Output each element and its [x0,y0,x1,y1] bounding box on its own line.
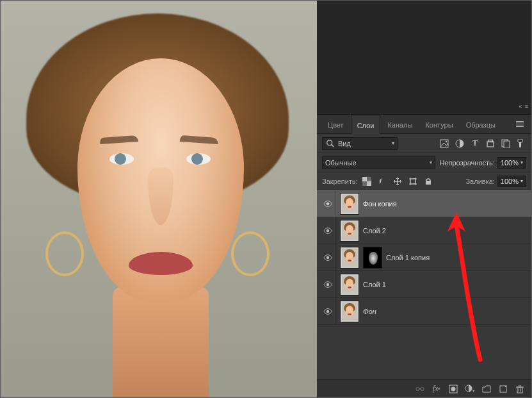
portrait-image [1,1,317,397]
delete-layer-icon[interactable] [515,384,525,394]
layers-bottom-bar: fx▾ ▾ [317,379,531,397]
svg-rect-20 [426,181,431,185]
svg-point-24 [326,283,328,285]
svg-rect-8 [504,141,510,148]
tab-layers[interactable]: Слои [351,115,381,134]
eye-icon [323,306,333,317]
layers-list: Фон копия Слой 2 Слой 1 копия Слой 1 [317,190,531,379]
filter-toggle-switch[interactable] [516,138,526,149]
panel-tabs: Цвет Слои Каналы Контуры Образцы [317,115,531,134]
tab-channels[interactable]: Каналы [382,115,418,134]
filter-type-icon[interactable]: T [470,138,480,149]
svg-rect-33 [517,387,522,393]
filter-shape-icon[interactable] [485,138,496,149]
layer-name[interactable]: Фон [363,308,376,315]
layer-row[interactable]: Фон [317,298,531,325]
svg-line-1 [332,144,334,147]
layer-fx-icon[interactable]: fx▾ [431,384,442,394]
svg-rect-13 [367,177,371,181]
fill-label: Заливка: [465,178,494,185]
blend-opacity-row: Обычные ▾ Непрозрачность: 100% ▾ [317,153,531,172]
visibility-toggle[interactable] [319,244,336,270]
layer-filter-select[interactable]: Вид ▾ [322,137,398,150]
layer-row[interactable]: Слой 1 [317,271,531,298]
svg-point-3 [446,140,447,142]
svg-point-23 [326,256,328,258]
adjustment-layer-icon[interactable]: ▾ [465,383,475,394]
blend-mode-select[interactable]: Обычные ▾ [322,156,435,169]
tab-swatches[interactable]: Образцы [460,115,501,134]
new-group-icon[interactable] [481,384,492,394]
svg-point-25 [326,310,328,312]
layer-thumbnail[interactable] [340,220,359,242]
filter-smart-icon[interactable] [501,138,511,149]
layer-row[interactable]: Слой 1 копия [317,244,531,271]
eye-icon [323,226,333,236]
opacity-input[interactable]: 100% ▾ [497,157,526,169]
layer-name[interactable]: Слой 1 [363,281,386,288]
blend-mode-value: Обычные [325,159,357,167]
layer-filter-label: Вид [338,140,351,147]
layers-panel: Цвет Слои Каналы Контуры Образцы Вид ▾ [317,114,531,397]
lock-artboard-icon[interactable] [408,176,418,187]
chevron-down-icon: ▾ [520,178,523,184]
chevron-down-icon: ▾ [392,140,394,146]
filter-pixel-icon[interactable] [439,138,449,149]
fill-value: 100% [501,178,519,185]
layer-name[interactable]: Фон копия [363,200,397,208]
panel-menu-icon[interactable] [513,119,526,129]
svg-rect-10 [518,139,522,142]
filter-adjust-icon[interactable] [455,138,465,149]
fill-input[interactable]: 100% ▾ [497,176,526,187]
svg-rect-11 [362,177,367,181]
panel-empty-area: « ≡ [317,1,531,114]
link-layers-icon[interactable] [415,384,425,394]
layer-row[interactable]: Фон копия [317,190,531,217]
svg-rect-5 [487,142,494,147]
svg-rect-12 [367,181,371,186]
layer-mask-thumbnail[interactable] [363,247,382,269]
panels-column: « ≡ Цвет Слои Каналы Контуры Образцы Вид [317,1,531,397]
layer-thumbnail[interactable] [340,193,359,215]
layer-name[interactable]: Слой 2 [363,227,386,235]
layer-row[interactable]: Слой 2 [317,217,531,244]
visibility-toggle[interactable] [319,191,336,217]
eye-icon [323,253,333,263]
svg-rect-6 [488,140,493,142]
lock-fill-row: Закрепить: Заливка: 100% ▾ [317,172,531,190]
svg-point-30 [451,386,456,391]
svg-rect-15 [410,179,415,184]
lock-image-icon[interactable] [377,176,387,187]
document-canvas[interactable] [1,1,317,397]
lock-transparent-icon[interactable] [362,176,372,187]
svg-point-21 [326,203,328,205]
svg-rect-14 [362,181,367,186]
visibility-toggle[interactable] [319,271,336,297]
opacity-value: 100% [501,159,519,167]
add-mask-icon[interactable] [448,384,458,394]
lock-position-icon[interactable] [392,176,403,187]
layer-thumbnail[interactable] [340,274,359,295]
visibility-toggle[interactable] [319,217,336,244]
tab-paths[interactable]: Контуры [419,115,458,134]
layer-name[interactable]: Слой 1 копия [386,254,430,261]
new-layer-icon[interactable] [498,384,508,394]
tab-color[interactable]: Цвет [322,115,350,134]
svg-point-0 [327,140,332,145]
visibility-toggle[interactable] [319,298,336,324]
eye-icon [323,199,333,209]
lock-all-icon[interactable] [423,176,433,187]
lock-label: Закрепить: [322,178,358,185]
layer-thumbnail[interactable] [340,301,359,322]
layer-filter-row: Вид ▾ T [317,134,531,153]
layer-thumbnail[interactable] [340,247,359,269]
svg-point-22 [326,229,328,231]
chevron-down-icon: ▾ [430,160,432,165]
chevron-down-icon: ▾ [520,160,523,165]
panel-collapse-handle[interactable]: « ≡ [519,103,529,110]
search-icon [325,138,335,149]
eye-icon [323,279,333,290]
opacity-label: Непрозрачность: [439,159,494,167]
app-window: « ≡ Цвет Слои Каналы Контуры Образцы Вид [0,0,532,398]
